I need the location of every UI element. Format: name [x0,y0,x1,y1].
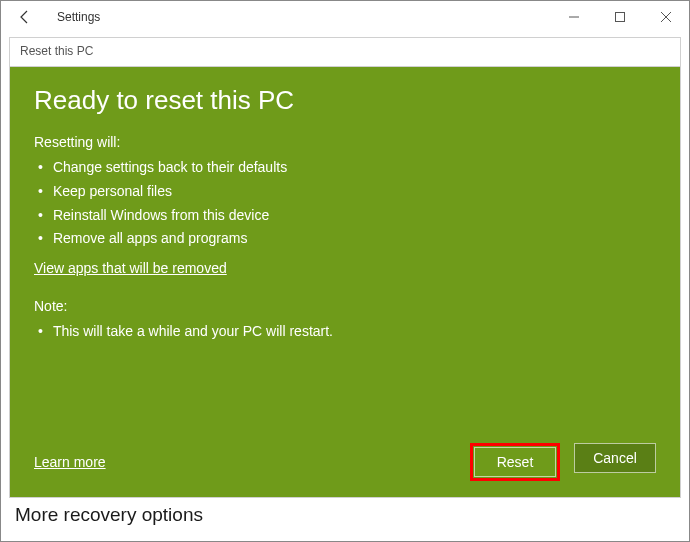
reset-highlight: Reset [470,443,560,481]
titlebar: Settings [1,1,689,33]
svg-rect-1 [616,13,625,22]
window-controls [551,1,689,33]
app-title: Settings [57,10,100,24]
dialog-header: Reset this PC [10,38,680,67]
resetting-will-heading: Resetting will: [34,134,656,150]
list-item: Remove all apps and programs [34,227,656,251]
learn-more-link[interactable]: Learn more [34,454,106,470]
dialog-title: Ready to reset this PC [34,85,656,116]
page-content-below: More recovery options Learn how to start… [1,498,689,542]
resetting-will-list: Change settings back to their defaults K… [34,156,656,251]
reset-button[interactable]: Reset [474,447,556,477]
list-item: Change settings back to their defaults [34,156,656,180]
dialog-buttons: Reset Cancel [470,443,656,481]
minimize-button[interactable] [551,1,597,33]
dialog-body: Ready to reset this PC Resetting will: C… [10,67,680,497]
close-button[interactable] [643,1,689,33]
dialog-footer: Learn more Reset Cancel [34,443,656,481]
list-item: Keep personal files [34,180,656,204]
reset-dialog: Reset this PC Ready to reset this PC Res… [9,37,681,498]
more-recovery-heading: More recovery options [15,504,675,526]
cancel-button[interactable]: Cancel [574,443,656,473]
view-apps-link[interactable]: View apps that will be removed [34,260,227,276]
maximize-button[interactable] [597,1,643,33]
note-list: This will take a while and your PC will … [34,320,656,344]
list-item: This will take a while and your PC will … [34,320,656,344]
back-button[interactable] [9,1,41,33]
list-item: Reinstall Windows from this device [34,204,656,228]
note-heading: Note: [34,298,656,314]
